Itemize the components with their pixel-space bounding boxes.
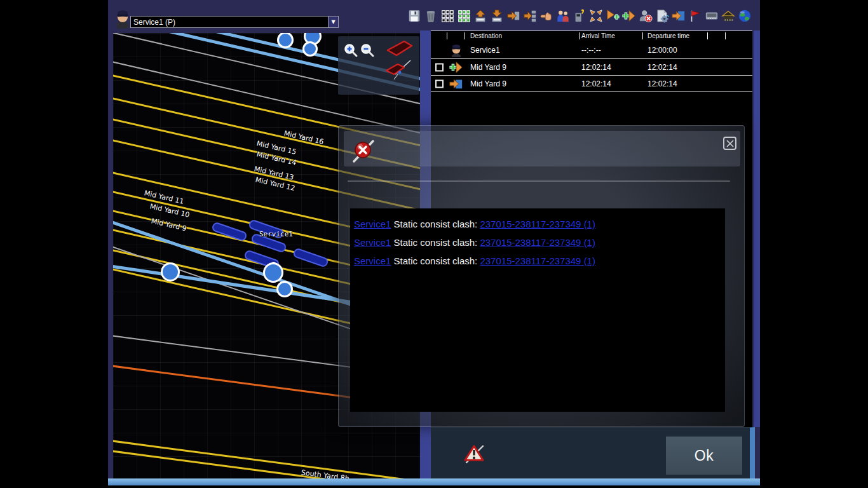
engine-shed-icon[interactable] [721, 8, 736, 24]
passengers-icon[interactable] [555, 8, 571, 24]
red-ramp-clock-marker-icon[interactable] [383, 59, 414, 81]
cell-destination: Mid Yard 9 [470, 79, 506, 88]
chevron-down-icon[interactable]: ▼ [328, 17, 338, 27]
pointer-hand-icon[interactable] [539, 8, 554, 24]
topbar: Service1 (P) ▼ [108, 0, 760, 30]
service-dropdown[interactable]: Service1 (P) ▼ [130, 16, 339, 28]
refuel-icon[interactable] [572, 8, 587, 24]
map-zoom-panel [338, 36, 419, 95]
dialog-separator [348, 180, 730, 182]
col-arrival: Arrival Time [581, 32, 615, 39]
waypoint-node[interactable] [276, 281, 293, 297]
window-right-border [754, 30, 760, 427]
zoom-out-icon[interactable] [360, 43, 375, 58]
waypoint-node[interactable] [277, 33, 294, 48]
table-row[interactable]: Service1 --:--:-- 12:00:00 [431, 41, 752, 59]
ok-button[interactable]: Ok [666, 437, 742, 475]
save-icon[interactable] [407, 8, 422, 24]
import-down-icon[interactable] [489, 8, 505, 24]
consist-link[interactable]: 237015-238117-237349 (1) [480, 255, 595, 266]
waypoint-node[interactable] [161, 262, 180, 281]
add-instruction-icon[interactable] [621, 8, 637, 24]
export-up-icon[interactable] [473, 8, 488, 24]
col-departure: Departure time [648, 32, 689, 39]
error-message: Service1 Static consist clash: 237015-23… [354, 215, 725, 233]
service-link[interactable]: Service1 [354, 219, 391, 229]
white-grid-icon[interactable] [440, 8, 455, 24]
zoom-in-icon[interactable] [343, 43, 358, 58]
scenario-properties-icon[interactable] [654, 8, 670, 24]
warning-marker-icon [464, 443, 485, 464]
toolbar [407, 8, 752, 24]
add-driver-instruction-icon[interactable] [605, 8, 620, 24]
control-panel-icon[interactable] [704, 8, 719, 24]
error-marker-icon [350, 133, 377, 164]
waypoint-node[interactable] [302, 41, 318, 57]
consist-link[interactable]: 237015-238117-237349 (1) [480, 237, 595, 248]
red-ramp-marker-icon[interactable] [385, 40, 414, 57]
error-message: Service1 Static consist clash: 237015-23… [354, 233, 725, 252]
col-destination: Destination [470, 32, 502, 39]
consist-block[interactable] [211, 221, 248, 241]
track-label: Mid Yard 16 [283, 129, 325, 146]
shift-right-icon[interactable] [506, 8, 521, 24]
window-bottom-border [108, 478, 760, 485]
service-dropdown-value: Service1 (P) [131, 18, 328, 27]
cell-arrival: --:--:-- [581, 46, 601, 55]
error-dialog: Service1 Static consist clash: 237015-23… [338, 125, 745, 427]
error-message: Service1 Static consist clash: 237015-23… [354, 252, 725, 270]
dialog-footer: Ok [431, 427, 755, 478]
waypoint-node[interactable] [263, 262, 283, 283]
world-map-icon[interactable] [737, 8, 752, 24]
cell-arrival: 12:02:14 [581, 63, 611, 72]
cell-departure: 12:00:00 [648, 46, 677, 55]
add-stop-icon [449, 60, 463, 74]
service-link[interactable]: Service1 [354, 237, 391, 248]
scenario-editor-window: Service1 (P) ▼ [108, 0, 760, 485]
row-checkbox[interactable] [435, 63, 444, 71]
remove-driver-icon[interactable] [638, 8, 653, 24]
dialog-titlebar [344, 131, 740, 166]
consist-link[interactable]: 237015-238117-237349 (1) [480, 219, 595, 229]
schedule-table-header: Destination Arrival Time Departure time [431, 31, 752, 41]
service-link[interactable]: Service1 [354, 255, 391, 266]
cell-destination: Mid Yard 9 [470, 63, 506, 72]
table-row[interactable]: Mid Yard 9 12:02:14 12:02:14 [431, 76, 752, 92]
shift-right-multi-icon[interactable] [522, 8, 538, 24]
cell-destination: Service1 [470, 46, 500, 55]
error-message-list: Service1 Static consist clash: 237015-23… [350, 208, 725, 412]
service-map-label: Service1 [259, 230, 293, 238]
cell-departure: 12:02:14 [648, 63, 677, 72]
delete-icon[interactable] [423, 8, 438, 24]
driver-icon [449, 43, 463, 57]
center-view-icon[interactable] [588, 8, 604, 24]
consist-block[interactable] [292, 247, 329, 268]
green-grid-icon[interactable] [456, 8, 471, 24]
portal-icon[interactable] [671, 8, 686, 24]
table-row[interactable]: Mid Yard 9 12:02:14 12:02:14 [431, 59, 752, 76]
close-icon[interactable] [723, 137, 736, 150]
driver-avatar-icon [115, 8, 130, 29]
cell-departure: 12:02:14 [648, 79, 677, 88]
cell-arrival: 12:02:14 [581, 79, 611, 88]
portal-stop-icon [449, 77, 463, 91]
flag-marker-icon[interactable] [688, 8, 703, 24]
track-label: Mid Yard 9 [151, 217, 187, 233]
row-checkbox[interactable] [435, 79, 444, 88]
